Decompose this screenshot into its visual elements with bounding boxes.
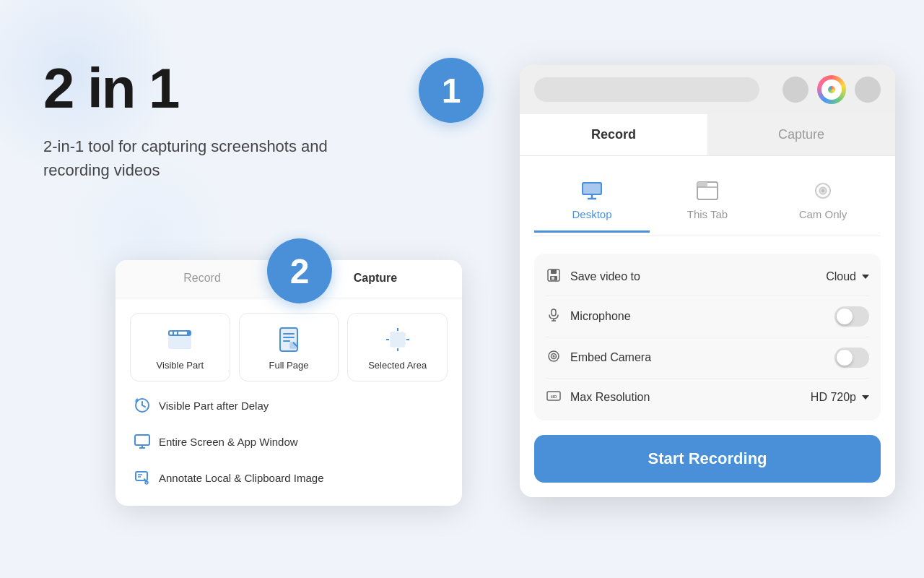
annotate-icon xyxy=(134,470,150,486)
embed-camera-label: Embed Camera xyxy=(570,351,826,364)
list-item-annotate[interactable]: Annotate Local & Clipboard Image xyxy=(124,461,453,494)
screen-icon xyxy=(134,434,150,449)
browser-btn-2 xyxy=(855,77,881,103)
resolution-value[interactable]: HD 720p xyxy=(811,391,869,404)
save-video-value[interactable]: Cloud xyxy=(826,270,869,283)
record-tab-record[interactable]: Record xyxy=(520,114,707,155)
svg-text:HD: HD xyxy=(551,394,557,399)
delay-icon xyxy=(134,397,150,413)
resolution-chevron xyxy=(862,395,869,400)
svg-rect-8 xyxy=(283,337,295,338)
svg-rect-2 xyxy=(170,332,173,335)
tab-record[interactable]: Record xyxy=(116,260,289,298)
left-panel: 2 in 1 2-in-1 tool for capturing screens… xyxy=(43,58,448,218)
mode-cam-only[interactable]: Cam Only xyxy=(765,171,881,233)
capture-selected-area[interactable]: Selected Area xyxy=(347,313,448,381)
mode-this-tab[interactable]: This Tab xyxy=(650,171,765,233)
hd-icon: HD xyxy=(546,389,562,406)
svg-rect-7 xyxy=(283,333,295,335)
browser-search-bar xyxy=(534,77,759,102)
capture-grid: Visible Part Full Page Selected xyxy=(116,298,462,389)
start-recording-button[interactable]: Start Recording xyxy=(534,435,881,483)
svg-rect-35 xyxy=(551,269,557,274)
list-item-screen[interactable]: Entire Screen & App Window xyxy=(124,425,453,458)
svg-rect-20 xyxy=(136,472,147,480)
crop-icon xyxy=(385,327,411,353)
mode-desktop[interactable]: Desktop xyxy=(534,171,650,233)
svg-rect-17 xyxy=(135,435,149,445)
embed-camera-toggle[interactable] xyxy=(834,348,869,368)
svg-rect-29 xyxy=(697,182,707,187)
record-panel-tabs: Record Capture xyxy=(520,114,895,156)
badge-1: 1 xyxy=(419,58,484,123)
svg-rect-9 xyxy=(283,340,290,342)
svg-rect-3 xyxy=(174,332,177,335)
hero-title: 2 in 1 xyxy=(43,58,448,120)
setting-microphone: Microphone xyxy=(546,296,869,337)
tab-icon xyxy=(696,179,719,202)
cam-icon xyxy=(811,179,834,202)
mode-selector: Desktop This Tab Cam Only xyxy=(534,171,881,236)
camera-icon xyxy=(546,349,562,366)
panel-top-bar xyxy=(520,65,895,114)
svg-rect-10 xyxy=(290,342,296,348)
resolution-label: Max Resolution xyxy=(570,391,802,404)
hero-subtitle: 2-in-1 tool for capturing screenshots an… xyxy=(43,134,332,182)
svg-point-33 xyxy=(821,189,824,192)
desktop-icon xyxy=(580,179,603,202)
svg-rect-27 xyxy=(583,184,601,194)
badge-2: 2 xyxy=(267,238,332,303)
svg-rect-38 xyxy=(552,309,556,316)
capture-full-page[interactable]: Full Page xyxy=(239,313,339,381)
save-video-label: Save video to xyxy=(570,270,817,283)
app-icon xyxy=(817,75,846,104)
svg-rect-4 xyxy=(178,332,187,335)
record-tab-capture[interactable]: Capture xyxy=(707,114,895,155)
setting-resolution: HD Max Resolution HD 720p xyxy=(546,379,869,416)
microphone-label: Microphone xyxy=(570,310,826,323)
svg-point-21 xyxy=(145,481,148,484)
list-item-delay[interactable]: Visible Part after Delay xyxy=(124,389,453,422)
svg-rect-11 xyxy=(391,332,405,347)
window-icon xyxy=(167,327,193,353)
setting-embed-camera: Embed Camera xyxy=(546,337,869,379)
capture-list: Visible Part after Delay Entire Screen &… xyxy=(116,389,462,506)
svg-rect-37 xyxy=(552,277,554,280)
capture-visible-part[interactable]: Visible Part xyxy=(130,313,230,381)
svg-point-43 xyxy=(553,355,555,358)
save-video-chevron xyxy=(862,275,869,279)
mic-icon xyxy=(546,308,562,325)
page-icon xyxy=(276,327,302,353)
save-icon xyxy=(546,268,562,285)
setting-save-video: Save video to Cloud xyxy=(546,258,869,296)
settings-container: Save video to Cloud Microphone xyxy=(534,254,881,420)
record-panel: Record Capture Desktop xyxy=(520,65,895,497)
microphone-toggle[interactable] xyxy=(834,306,869,327)
browser-btn-1 xyxy=(783,77,808,103)
record-content: Desktop This Tab Cam Only xyxy=(520,156,895,497)
